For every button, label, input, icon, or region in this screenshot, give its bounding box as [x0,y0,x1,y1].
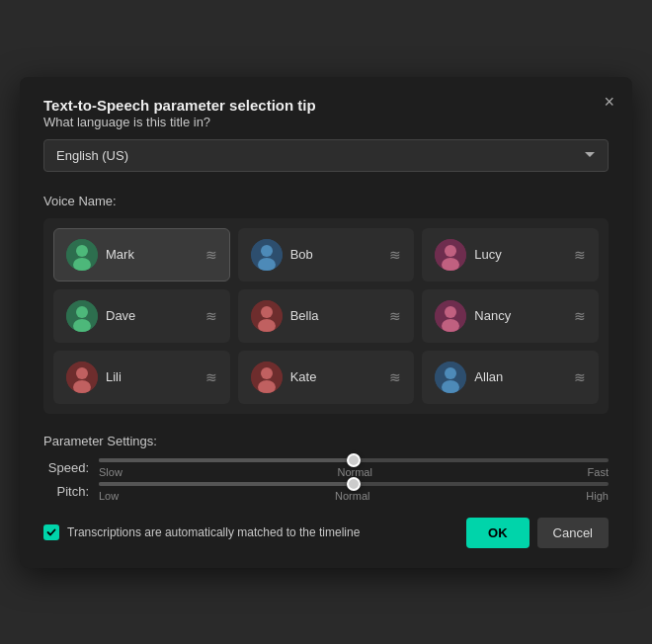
avatar-dave [66,300,98,332]
voice-name-allan: Allan [474,369,566,384]
svg-point-4 [261,245,273,257]
avatar-bob [251,239,283,271]
svg-point-7 [445,245,456,257]
voice-section-label: Voice Name: [43,194,609,208]
svg-point-22 [261,367,273,379]
voice-name-kate: Kate [290,369,382,384]
voice-card-nancy[interactable]: Nancy ≋ [422,289,599,343]
wave-icon-kate: ≋ [389,369,401,385]
pitch-label-high: High [586,490,609,502]
avatar-allan [435,362,466,393]
wave-icon-allan: ≋ [574,369,586,385]
voice-name-bob: Bob [290,247,382,262]
close-button[interactable]: × [604,93,614,111]
wave-icon-bella: ≋ [389,308,401,324]
pitch-slider-wrapper: Low Normal High [99,482,609,502]
voice-card-lucy[interactable]: Lucy ≋ [422,228,599,282]
speed-label-fast: Fast [588,466,609,478]
pitch-row: Pitch: Low Normal High [43,482,609,502]
avatar-mark [66,239,98,271]
dialog: Text-to-Speech parameter selection tip ×… [20,77,632,568]
parameter-section: Parameter Settings: Speed: Slow Normal F… [43,434,609,502]
pitch-slider-track[interactable] [99,482,609,486]
speed-row: Speed: Slow Normal Fast [43,458,609,478]
dialog-title: Text-to-Speech parameter selection tip [43,97,316,114]
svg-point-25 [445,367,456,379]
avatar-bella [251,300,283,332]
wave-icon-dave: ≋ [205,308,217,324]
voice-section: Voice Name: Mark ≋ Bob ≋ [43,194,609,414]
svg-point-19 [76,367,88,379]
pitch-label: Pitch: [43,484,89,499]
svg-point-1 [76,245,88,257]
avatar-lili [66,362,98,393]
parameter-section-label: Parameter Settings: [43,434,609,448]
wave-icon-lucy: ≋ [574,247,586,263]
avatar-lucy [435,239,466,271]
voice-name-dave: Dave [106,308,198,323]
speed-slider-fill [99,458,354,462]
voice-card-bella[interactable]: Bella ≋ [238,289,415,343]
speed-slider-track[interactable] [99,458,609,462]
voice-card-kate[interactable]: Kate ≋ [238,351,415,404]
voice-card-mark[interactable]: Mark ≋ [53,228,230,282]
language-section: What language is this title in? English … [43,115,609,172]
voice-name-lili: Lili [106,369,198,384]
voice-card-dave[interactable]: Dave ≋ [53,289,230,343]
speed-slider-thumb[interactable] [347,453,361,467]
ok-button[interactable]: OK [466,518,530,548]
wave-icon-bob: ≋ [389,247,401,263]
svg-point-13 [261,306,273,318]
wave-icon-nancy: ≋ [574,308,586,324]
voice-card-allan[interactable]: Allan ≋ [422,351,599,404]
language-select[interactable]: English (US) English (UK) Spanish French… [43,139,609,172]
pitch-slider-labels: Low Normal High [99,490,609,502]
pitch-label-normal: Normal [335,490,369,502]
checkbox-wrapper: Transcriptions are automatically matched… [43,524,454,540]
avatar-nancy [435,300,466,332]
pitch-slider-fill [99,482,354,486]
transcription-checkbox[interactable] [43,524,59,540]
speed-label: Speed: [43,460,89,475]
avatar-kate [251,362,283,393]
voice-name-nancy: Nancy [474,308,566,323]
transcription-checkbox-label: Transcriptions are automatically matched… [67,525,360,539]
pitch-slider-thumb[interactable] [347,477,361,491]
wave-icon-mark: ≋ [205,247,217,263]
dialog-footer: Transcriptions are automatically matched… [43,518,609,548]
voice-name-bella: Bella [290,308,382,323]
voice-card-lili[interactable]: Lili ≋ [53,351,230,404]
speed-slider-wrapper: Slow Normal Fast [99,458,609,478]
voice-name-mark: Mark [106,247,198,262]
voice-name-lucy: Lucy [474,247,566,262]
wave-icon-lili: ≋ [205,369,217,385]
language-question: What language is this title in? [43,115,609,129]
svg-point-10 [76,306,88,318]
speed-label-slow: Slow [99,466,122,478]
cancel-button[interactable]: Cancel [537,518,609,548]
voice-card-bob[interactable]: Bob ≋ [238,228,415,282]
svg-point-16 [445,306,456,318]
pitch-label-low: Low [99,490,119,502]
voice-grid: Mark ≋ Bob ≋ Lucy ≋ [43,218,609,414]
